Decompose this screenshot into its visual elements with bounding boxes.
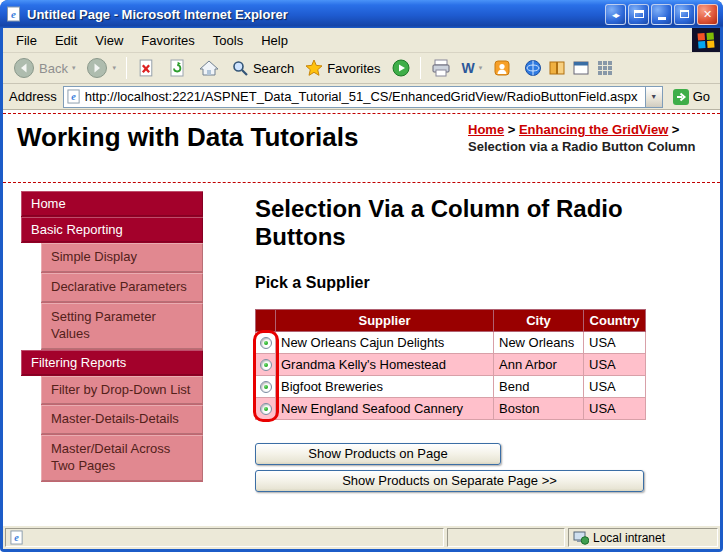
messenger-button[interactable] [489, 57, 515, 79]
supplier-row: New England Seafood Cannery Boston USA [256, 397, 646, 419]
menu-edit[interactable]: Edit [46, 30, 86, 51]
favorites-label: Favorites [327, 61, 380, 76]
breadcrumb-current-page: Selection via a Radio Button Column [468, 139, 696, 154]
minimize-icon [658, 17, 666, 20]
maximize-icon [680, 10, 689, 18]
menu-file[interactable]: File [7, 30, 46, 51]
select-supplier-radio[interactable] [260, 359, 272, 371]
stop-button[interactable] [133, 57, 160, 80]
breadcrumb: Home > Enhancing the GridView > Selectio… [468, 122, 708, 156]
close-button[interactable] [697, 4, 718, 25]
security-zone-pane: Local intranet [568, 528, 718, 547]
sidebar-item-home[interactable]: Home [21, 191, 203, 217]
status-left-pane: e [5, 528, 444, 547]
site-header: Working with Data Tutorials Home > Enhan… [3, 113, 720, 183]
window-snap-button[interactable] [628, 4, 649, 25]
address-input[interactable] [85, 89, 645, 104]
status-progress-pane [447, 528, 565, 547]
sidebar-item-basic-reporting[interactable]: Basic Reporting [21, 217, 203, 243]
sidebar-item-setting-parameter-values[interactable]: Setting Parameter Values [41, 303, 203, 350]
favorites-button[interactable]: Favorites [301, 57, 384, 79]
supplier-row: New Orleans Cajun Delights New Orleans U… [256, 331, 646, 353]
show-products-on-separate-page-button[interactable]: Show Products on Separate Page >> [255, 470, 644, 492]
standard-toolbar: Back ▾ ▾ Search Favorit [3, 53, 720, 84]
select-supplier-radio[interactable] [260, 403, 272, 415]
sidebar-item-filtering-reports[interactable]: Filtering Reports [21, 350, 203, 376]
supplier-cell: Grandma Kelly's Homestead [276, 353, 494, 375]
city-column-header: City [494, 309, 584, 331]
supplier-column-header: Supplier [276, 309, 494, 331]
back-button[interactable]: Back ▾ [9, 55, 79, 81]
search-button[interactable]: Search [227, 57, 298, 79]
research-icon[interactable] [548, 59, 566, 77]
country-cell: USA [584, 331, 646, 353]
window-controls [605, 4, 718, 25]
ie-page-icon: e [6, 6, 22, 22]
supplier-cell: Bigfoot Breweries [276, 375, 494, 397]
media-icon [392, 59, 410, 77]
menu-view[interactable]: View [86, 30, 132, 51]
search-label: Search [253, 61, 294, 76]
breadcrumb-separator: > [668, 122, 679, 137]
sidebar-item-simple-display[interactable]: Simple Display [41, 243, 203, 273]
address-bar: Address e Go [3, 84, 720, 110]
window-tool-icon[interactable] [572, 59, 590, 77]
sidebar-nav: Home Basic Reporting Simple Display Decl… [21, 191, 203, 482]
print-icon [431, 59, 451, 77]
breadcrumb-link-home[interactable]: Home [468, 122, 504, 137]
go-label: Go [693, 89, 710, 104]
media-button[interactable] [388, 57, 414, 79]
go-button[interactable]: Go [669, 89, 714, 105]
sidebar-item-filter-by-drop-down-list[interactable]: Filter by Drop-Down List [41, 376, 203, 406]
minimize-button[interactable] [651, 4, 672, 25]
home-button[interactable] [194, 56, 224, 80]
menu-help[interactable]: Help [252, 30, 297, 51]
country-column-header: Country [584, 309, 646, 331]
supplier-row: Grandma Kelly's Homestead Ann Arbor USA [256, 353, 646, 375]
home-icon [198, 58, 220, 78]
tile-windows-button[interactable] [605, 4, 626, 25]
window-icon [634, 10, 644, 18]
sidebar-item-master-detail-across-two-pages[interactable]: Master/Detail Across Two Pages [41, 435, 203, 482]
windows-flag-throbber [692, 28, 720, 52]
supplier-cell: New England Seafood Cannery [276, 397, 494, 419]
grid-header-row: Supplier City Country [256, 309, 646, 331]
msn-globe-icon[interactable] [524, 59, 542, 77]
address-field[interactable]: e [63, 86, 663, 108]
select-supplier-radio[interactable] [260, 381, 272, 393]
menu-bar: File Edit View Favorites Tools Help [3, 28, 720, 53]
refresh-button[interactable] [163, 56, 191, 80]
back-icon [13, 57, 35, 79]
city-cell: New Orleans [494, 331, 584, 353]
supplier-row: Bigfoot Breweries Bend USA [256, 375, 646, 397]
print-button[interactable] [427, 57, 455, 79]
zone-label: Local intranet [593, 531, 665, 545]
show-products-on-page-button[interactable]: Show Products on Page [255, 443, 501, 465]
breadcrumb-link-enhancing-gridview[interactable]: Enhancing the GridView [519, 122, 668, 137]
city-cell: Boston [494, 397, 584, 419]
city-cell: Ann Arbor [494, 353, 584, 375]
edit-in-word-icon [462, 60, 475, 76]
edit-in-word-button[interactable]: ▾ [458, 58, 487, 78]
go-icon [673, 89, 689, 105]
search-icon [231, 59, 249, 77]
sidebar-item-master-details-details[interactable]: Master-Details-Details [41, 405, 203, 435]
grid-tool-icon[interactable] [596, 59, 614, 77]
menu-favorites[interactable]: Favorites [132, 30, 203, 51]
page-heading: Selection Via a Column of Radio Buttons [255, 195, 625, 252]
status-bar: e Local intranet [3, 526, 720, 549]
sidebar-item-declarative-parameters[interactable]: Declarative Parameters [41, 273, 203, 303]
ie-page-icon: e [67, 89, 81, 104]
title-bar[interactable]: e Untitled Page - Microsoft Internet Exp… [0, 0, 723, 28]
browser-viewport: Working with Data Tutorials Home > Enhan… [3, 110, 720, 526]
supplier-cell: New Orleans Cajun Delights [276, 331, 494, 353]
messenger-icon [493, 59, 511, 77]
address-label: Address [9, 89, 57, 104]
country-cell: USA [584, 375, 646, 397]
select-supplier-radio[interactable] [260, 337, 272, 349]
address-dropdown-button[interactable] [645, 87, 662, 107]
country-cell: USA [584, 353, 646, 375]
maximize-button[interactable] [674, 4, 695, 25]
menu-tools[interactable]: Tools [204, 30, 252, 51]
forward-button[interactable]: ▾ [82, 55, 120, 81]
